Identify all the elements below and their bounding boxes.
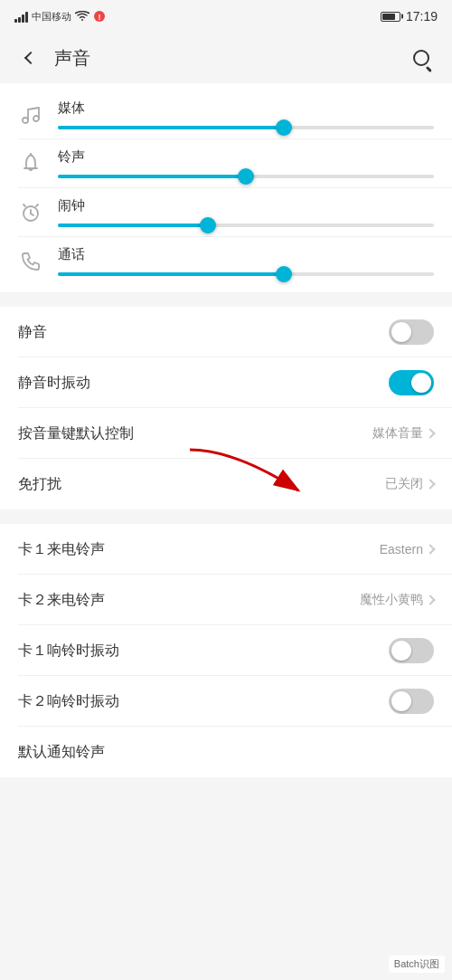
sim1-ring-value: Eastern — [380, 542, 434, 557]
sim1-vibrate-setting[interactable]: 卡１响铃时振动 — [0, 625, 452, 676]
page-title: 声音 — [54, 46, 405, 71]
signal-bars — [14, 10, 28, 23]
mute-label: 静音 — [18, 323, 47, 342]
sim2-ring-value: 魔性小黄鸭 — [360, 592, 434, 608]
media-slider-thumb — [276, 119, 292, 136]
search-icon — [413, 50, 429, 66]
time-label: 17:19 — [406, 9, 438, 24]
call-slider-track[interactable] — [58, 272, 434, 276]
sim2-vibrate-label: 卡２响铃时振动 — [18, 692, 119, 711]
sim1-vibrate-label: 卡１响铃时振动 — [18, 642, 119, 661]
ringtone-slider-fill — [58, 175, 246, 178]
call-volume-content: 通话 — [58, 246, 434, 276]
svg-line-7 — [31, 214, 33, 215]
sim2-vibrate-toggle-knob — [391, 691, 411, 711]
vibrate-mute-setting[interactable]: 静音时振动 — [0, 357, 452, 408]
volume-key-chevron-icon — [425, 428, 435, 438]
signal-bar-3 — [22, 14, 24, 23]
top-nav: 声音 — [0, 33, 452, 83]
signal-bar-1 — [14, 19, 17, 23]
carrier-label: 中国移动 — [32, 10, 71, 24]
default-notification-label: 默认通知铃声 — [18, 743, 105, 762]
dnd-label: 免打扰 — [18, 475, 61, 494]
volume-key-value: 媒体音量 — [372, 425, 434, 442]
bell-icon — [18, 151, 43, 176]
signal-bar-4 — [25, 12, 28, 23]
media-slider-fill — [58, 126, 284, 129]
status-left: 中国移动 ! — [14, 10, 106, 24]
sim1-ring-chevron-icon — [425, 544, 435, 554]
vibrate-mute-toggle-knob — [411, 373, 431, 393]
status-bar: 中国移动 ! 17:19 — [0, 0, 452, 33]
media-label: 媒体 — [58, 100, 434, 117]
sim1-vibrate-toggle-knob — [391, 641, 411, 661]
svg-text:!: ! — [99, 13, 101, 22]
mute-toggle-knob — [391, 322, 411, 342]
sim2-ring-chevron-icon — [425, 595, 435, 604]
alarm-label: 闹钟 — [58, 197, 434, 214]
watermark: Batch识图 — [389, 956, 445, 973]
volume-section: 媒体 铃声 — [0, 83, 452, 292]
battery-icon — [381, 12, 400, 22]
alarm-volume-item: 闹钟 — [0, 188, 452, 236]
ring-section: 卡１来电铃声 Eastern 卡２来电铃声 魔性小黄鸭 卡１响铃时振动 卡２响铃… — [0, 524, 452, 777]
ringtone-volume-content: 铃声 — [58, 148, 434, 178]
dnd-chevron-icon — [425, 479, 435, 489]
media-volume-item: 媒体 — [0, 90, 452, 138]
call-slider-thumb — [276, 266, 292, 282]
notification-icon: ! — [93, 10, 106, 23]
sim1-ring-setting[interactable]: 卡１来电铃声 Eastern — [0, 524, 452, 575]
back-arrow-icon — [24, 52, 37, 64]
default-notification-setting[interactable]: 默认通知铃声 — [0, 727, 452, 777]
media-slider-track[interactable] — [58, 126, 434, 129]
sim2-ring-label: 卡２来电铃声 — [18, 591, 105, 610]
signal-bar-2 — [18, 17, 21, 23]
music-icon — [18, 102, 43, 128]
sim1-ring-value-text: Eastern — [380, 542, 423, 557]
alarm-slider-track[interactable] — [58, 224, 434, 227]
volume-key-setting[interactable]: 按音量键默认控制 媒体音量 — [0, 408, 452, 459]
sim2-ring-value-text: 魔性小黄鸭 — [360, 592, 423, 608]
ringtone-volume-item: 铃声 — [0, 139, 452, 187]
settings-section: 静音 静音时振动 按音量键默认控制 媒体音量 免打扰 — [0, 307, 452, 509]
svg-point-2 — [23, 118, 28, 123]
search-button[interactable] — [405, 42, 438, 74]
volume-key-value-text: 媒体音量 — [372, 425, 423, 442]
alarm-volume-content: 闹钟 — [58, 197, 434, 227]
status-right: 17:19 — [381, 9, 438, 24]
alarm-slider-fill — [58, 224, 208, 227]
sim1-vibrate-toggle[interactable] — [389, 638, 434, 663]
ringtone-slider-thumb — [238, 168, 254, 185]
sim1-ring-label: 卡１来电铃声 — [18, 540, 105, 559]
wifi-icon — [75, 11, 89, 22]
vibrate-mute-toggle[interactable] — [389, 370, 434, 395]
mute-setting[interactable]: 静音 — [0, 307, 452, 357]
alarm-slider-thumb — [200, 217, 216, 233]
call-label: 通话 — [58, 246, 434, 263]
dnd-value: 已关闭 — [385, 476, 434, 492]
section-gap-1 — [0, 292, 452, 300]
battery-fill — [382, 14, 395, 20]
sim2-vibrate-toggle[interactable] — [389, 689, 434, 714]
phone-icon — [18, 249, 43, 274]
call-slider-fill — [58, 272, 284, 276]
mute-toggle[interactable] — [389, 319, 434, 345]
clock-icon — [18, 200, 43, 225]
dnd-setting[interactable]: 免打扰 已关闭 — [0, 459, 452, 509]
back-button[interactable] — [14, 42, 47, 74]
ringtone-slider-track[interactable] — [58, 175, 434, 178]
sim2-vibrate-setting[interactable]: 卡２响铃时振动 — [0, 676, 452, 727]
sim2-ring-setting[interactable]: 卡２来电铃声 魔性小黄鸭 — [0, 575, 452, 625]
section-gap-2 — [0, 509, 452, 517]
volume-key-label: 按音量键默认控制 — [18, 424, 134, 443]
vibrate-mute-label: 静音时振动 — [18, 374, 90, 393]
ringtone-label: 铃声 — [58, 148, 434, 166]
call-volume-item: 通话 — [0, 237, 452, 285]
dnd-value-text: 已关闭 — [385, 476, 423, 492]
media-volume-content: 媒体 — [58, 100, 434, 129]
